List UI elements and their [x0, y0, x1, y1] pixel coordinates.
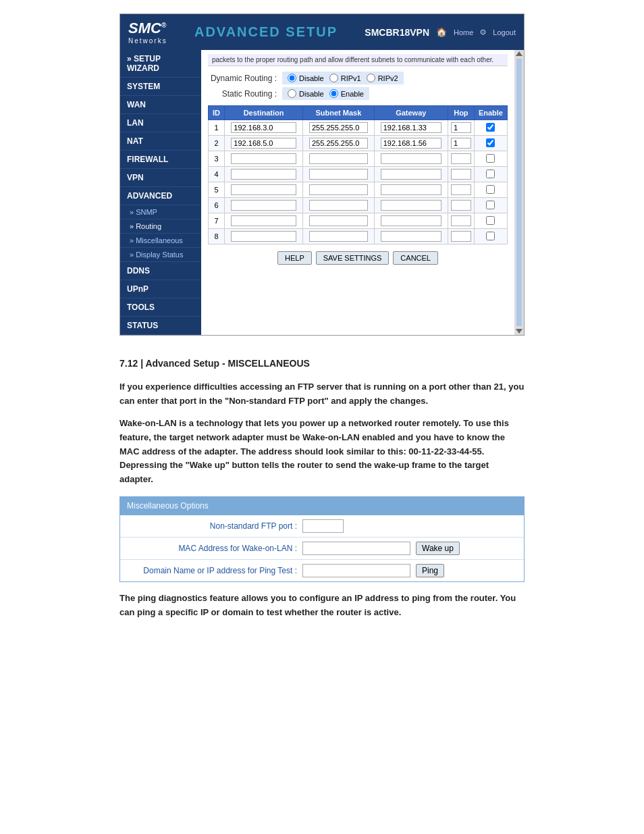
mac-label: MAC Address for Wake-on-LAN : — [127, 542, 302, 555]
sidebar-item-setup-wizard[interactable]: » SETUP WIZARD — [120, 50, 201, 78]
enable-checkbox[interactable] — [486, 154, 495, 163]
scroll-up-arrow[interactable] — [516, 51, 522, 56]
cell-hop — [448, 120, 474, 136]
misc-row-mac: MAC Address for Wake-on-LAN : Wake up — [120, 538, 524, 560]
gateway-input[interactable] — [381, 215, 441, 226]
table-row: 5 — [209, 182, 508, 198]
cell-id: 1 — [209, 120, 225, 136]
cell-subnet — [303, 229, 374, 244]
cell-hop — [448, 213, 474, 229]
sidebar-item-upnp[interactable]: UPnP — [120, 280, 201, 298]
cell-gateway — [374, 198, 448, 213]
ping-button[interactable]: Ping — [416, 564, 444, 577]
logout-link[interactable]: Logout — [493, 28, 516, 36]
ftp-port-input[interactable] — [302, 519, 344, 533]
hop-input[interactable] — [451, 215, 471, 226]
destination-input[interactable] — [231, 138, 296, 149]
gateway-input[interactable] — [381, 231, 441, 242]
subnet-input[interactable] — [309, 200, 368, 211]
dynamic-ripv1-radio[interactable] — [329, 74, 338, 82]
sidebar-item-vpn[interactable]: VPN — [120, 169, 201, 187]
enable-checkbox[interactable] — [486, 201, 495, 209]
gateway-input[interactable] — [381, 138, 441, 149]
sidebar-item-miscellaneous[interactable]: » Miscellaneous — [120, 234, 201, 248]
cell-destination — [225, 182, 303, 198]
subnet-input[interactable] — [309, 215, 368, 226]
scroll-down-arrow[interactable] — [516, 329, 522, 334]
enable-checkbox[interactable] — [486, 123, 495, 132]
sidebar-item-system[interactable]: SYSTEM — [120, 78, 201, 96]
hop-input[interactable] — [451, 231, 471, 242]
home-link[interactable]: Home — [454, 28, 473, 36]
enable-checkbox[interactable] — [486, 185, 495, 194]
subnet-input[interactable] — [309, 184, 368, 195]
sidebar-item-routing[interactable]: » Routing — [120, 219, 201, 234]
dynamic-ripv1-option[interactable]: RIPv1 — [329, 74, 361, 82]
cell-enable — [474, 151, 507, 167]
cell-hop — [448, 182, 474, 198]
gateway-input[interactable] — [381, 184, 441, 195]
cell-id: 4 — [209, 167, 225, 182]
table-row: 2 — [209, 136, 508, 151]
table-row: 8 — [209, 229, 508, 244]
cell-enable — [474, 120, 507, 136]
sidebar-item-wan[interactable]: WAN — [120, 96, 201, 114]
destination-input[interactable] — [231, 184, 296, 195]
dynamic-disable-radio[interactable] — [288, 74, 296, 82]
enable-checkbox[interactable] — [486, 138, 495, 147]
gateway-input[interactable] — [381, 169, 441, 180]
destination-input[interactable] — [231, 231, 296, 242]
sidebar-item-tools[interactable]: TOOLS — [120, 298, 201, 317]
hop-input[interactable] — [451, 153, 471, 164]
dynamic-ripv2-option[interactable]: RIPv2 — [367, 74, 398, 82]
cancel-button[interactable]: CANCEL — [393, 251, 438, 265]
sidebar-item-ddns[interactable]: DDNS — [120, 262, 201, 280]
hop-input[interactable] — [451, 184, 471, 195]
col-enable: Enable — [474, 106, 507, 120]
static-enable-radio[interactable] — [329, 89, 338, 98]
static-disable-radio[interactable] — [288, 89, 296, 98]
sidebar-item-nat[interactable]: NAT — [120, 132, 201, 151]
static-enable-option[interactable]: Enable — [329, 89, 364, 98]
hop-input[interactable] — [451, 169, 471, 180]
hop-input[interactable] — [451, 138, 471, 149]
hop-input[interactable] — [451, 122, 471, 133]
cell-gateway — [374, 182, 448, 198]
cell-id: 2 — [209, 136, 225, 151]
sidebar-item-display-status[interactable]: » Display Status — [120, 248, 201, 262]
sidebar-item-lan[interactable]: LAN — [120, 114, 201, 132]
destination-input[interactable] — [231, 153, 296, 164]
sidebar-item-status[interactable]: STATUS — [120, 317, 201, 335]
gateway-input[interactable] — [381, 153, 441, 164]
ping-input[interactable] — [302, 564, 410, 577]
destination-input[interactable] — [231, 200, 296, 211]
enable-checkbox[interactable] — [486, 170, 495, 178]
destination-input[interactable] — [231, 215, 296, 226]
gateway-input[interactable] — [381, 122, 441, 133]
hop-input[interactable] — [451, 200, 471, 211]
sidebar-item-advanced[interactable]: ADVANCED — [120, 187, 201, 205]
sidebar-item-firewall[interactable]: FIREWALL — [120, 151, 201, 169]
destination-input[interactable] — [231, 169, 296, 180]
subnet-input[interactable] — [309, 138, 368, 149]
help-button[interactable]: HELP — [277, 251, 312, 265]
subnet-input[interactable] — [309, 231, 368, 242]
header-right: SMCBR18VPN 🏠 Home ⊙ Logout — [365, 27, 516, 38]
router-header: SMC® Networks ADVANCED SETUP SMCBR18VPN … — [120, 14, 524, 50]
save-button[interactable]: SAVE SETTINGS — [316, 251, 390, 265]
subnet-input[interactable] — [309, 153, 368, 164]
enable-checkbox[interactable] — [486, 216, 495, 225]
subnet-input[interactable] — [309, 169, 368, 180]
wake-up-button[interactable]: Wake up — [416, 542, 460, 555]
cell-destination — [225, 136, 303, 151]
enable-checkbox[interactable] — [486, 232, 495, 240]
destination-input[interactable] — [231, 122, 296, 133]
dynamic-ripv2-radio[interactable] — [367, 74, 375, 82]
cell-destination — [225, 198, 303, 213]
mac-address-input[interactable] — [302, 542, 410, 555]
gateway-input[interactable] — [381, 200, 441, 211]
sidebar-item-snmp[interactable]: » SNMP — [120, 205, 201, 219]
static-disable-option[interactable]: Disable — [288, 89, 324, 98]
dynamic-disable-option[interactable]: Disable — [288, 74, 324, 82]
subnet-input[interactable] — [309, 122, 368, 133]
